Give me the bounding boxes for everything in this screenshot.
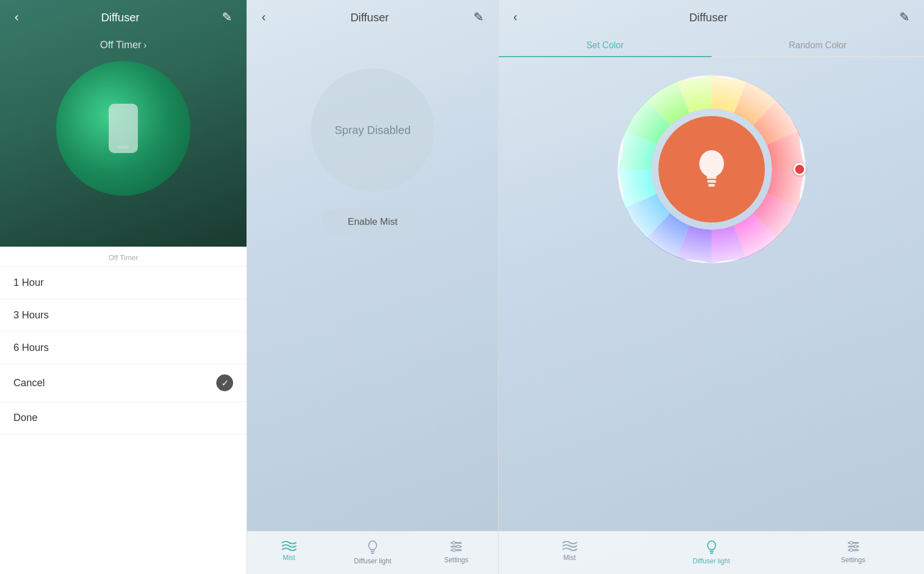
panel3-bottom-nav: Mist Diffuser light Settings (499, 531, 924, 574)
panel3-settings-label: Settings (841, 556, 865, 564)
menu-item-done[interactable]: Done (0, 402, 247, 434)
back-button[interactable]: ‹ (10, 8, 23, 27)
svg-point-0 (369, 541, 377, 550)
svg-point-16 (849, 541, 852, 544)
menu-item-done-label: Done (13, 412, 38, 424)
off-timer-label: Off Timer (100, 39, 141, 51)
svg-point-8 (699, 150, 724, 177)
panel1-top: ‹ Diffuser ✎ Off Timer › (0, 0, 247, 247)
panel2-mist-label: Mist (283, 554, 295, 562)
panel3-header: ‹ Diffuser ✎ (499, 0, 924, 35)
off-timer-chevron: › (143, 40, 146, 50)
panel3-title: Diffuser (689, 11, 728, 24)
menu-section-label: Off Timer (0, 247, 247, 267)
panel3-mist-label: Mist (564, 554, 576, 562)
menu-item-3hours[interactable]: 3 Hours (0, 299, 247, 332)
menu-item-1hour[interactable]: 1 Hour (0, 267, 247, 299)
device-icon (109, 104, 138, 153)
panel2-back-button[interactable]: ‹ (257, 8, 270, 27)
panel2-bottom-nav: Mist Diffuser light Settings (247, 531, 498, 574)
panel3-bulb-icon (705, 539, 718, 555)
bulb-icon (366, 539, 379, 555)
menu-item-cancel[interactable]: Cancel ✓ (0, 364, 247, 402)
tab-random-color[interactable]: Random Color (712, 35, 925, 57)
color-tabs: Set Color Random Color (499, 35, 924, 57)
device-circle (56, 61, 191, 196)
edit-button[interactable]: ✎ (217, 8, 236, 27)
color-wheel[interactable] (616, 74, 807, 265)
panel2-edit-button[interactable]: ✎ (469, 8, 488, 27)
svg-rect-10 (707, 180, 716, 183)
svg-point-5 (457, 545, 460, 548)
panel3-nav-mist[interactable]: Mist (499, 536, 640, 568)
off-timer-button[interactable]: Off Timer › (0, 35, 247, 51)
color-wheel-inner (658, 116, 765, 223)
svg-point-4 (453, 541, 456, 544)
panel2-settings-label: Settings (444, 556, 468, 564)
panel2-nav-mist[interactable]: Mist (247, 536, 331, 568)
panel3-light-label: Diffuser light (693, 557, 730, 565)
tab-set-color[interactable]: Set Color (499, 35, 712, 57)
panel3-nav-settings[interactable]: Settings (782, 536, 924, 568)
panel3-mist-icon (562, 539, 578, 552)
panel2-header: ‹ Diffuser ✎ (247, 0, 498, 35)
panel1-header: ‹ Diffuser ✎ (0, 0, 247, 35)
panel2-nav-light[interactable]: Diffuser light (331, 536, 414, 568)
panel2-nav-settings[interactable]: Settings (415, 536, 498, 568)
color-picker-dot[interactable] (793, 163, 806, 175)
panel2-spacer (247, 235, 498, 531)
spray-label: Spray Disabled (335, 124, 411, 137)
panel1-title: Diffuser (101, 11, 140, 24)
spray-circle: Spray Disabled (311, 68, 434, 192)
panel3-back-button[interactable]: ‹ (509, 8, 522, 27)
panel3-spacer (499, 276, 924, 531)
panel-spray: ‹ Diffuser ✎ Spray Disabled Enable Mist … (247, 0, 499, 574)
panel3-edit-button[interactable]: ✎ (895, 8, 914, 27)
panel2-title: Diffuser (350, 11, 389, 24)
settings-icon (449, 539, 463, 554)
menu-item-6hours-label: 6 Hours (13, 342, 49, 354)
svg-point-12 (708, 541, 716, 550)
svg-rect-9 (707, 176, 717, 179)
panel2-light-label: Diffuser light (354, 557, 391, 565)
menu-item-1hour-label: 1 Hour (13, 277, 44, 289)
svg-rect-11 (708, 184, 715, 187)
panel3-settings-icon (846, 539, 861, 554)
svg-point-6 (453, 549, 456, 552)
panel-off-timer: ‹ Diffuser ✎ Off Timer › Off Timer 1 Hou… (0, 0, 247, 574)
panel1-menu: Off Timer 1 Hour 3 Hours 6 Hours Cancel … (0, 247, 247, 574)
svg-point-17 (854, 545, 857, 548)
panel3-nav-light[interactable]: Diffuser light (640, 536, 782, 568)
menu-item-3hours-label: 3 Hours (13, 309, 49, 321)
cancel-check-circle: ✓ (216, 374, 233, 391)
menu-item-6hours[interactable]: 6 Hours (0, 332, 247, 364)
svg-point-18 (849, 549, 852, 552)
check-icon: ✓ (221, 378, 229, 388)
menu-item-cancel-label: Cancel (13, 377, 45, 389)
enable-mist-button[interactable]: Enable Mist (322, 209, 423, 235)
panel-color: ‹ Diffuser ✎ Set Color Random Color (499, 0, 924, 574)
mist-icon (281, 539, 297, 552)
bulb-center-icon (692, 147, 731, 192)
